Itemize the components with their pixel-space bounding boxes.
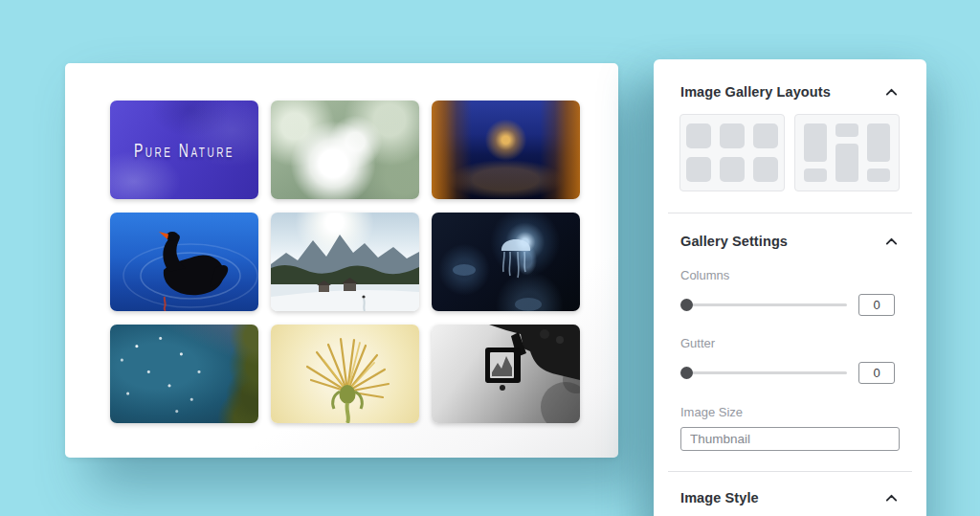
gutter-label: Gutter — [654, 336, 926, 350]
gallery-image-jellyfish[interactable] — [432, 213, 580, 311]
camera-rig-illustration — [432, 325, 580, 423]
gallery-image-black-swan[interactable] — [110, 213, 258, 311]
gutter-slider-track[interactable] — [680, 371, 847, 374]
masonry-tile — [835, 123, 858, 137]
grid-tile — [753, 157, 778, 182]
gallery-image-yellow-flower[interactable] — [271, 325, 419, 423]
masonry-column — [835, 123, 858, 182]
columns-label: Columns — [654, 268, 926, 282]
grid-tile — [686, 123, 711, 148]
gallery-settings-title: Gallery Settings — [680, 234, 788, 249]
gallery-settings-collapse-button[interactable] — [883, 236, 900, 247]
grid-tile — [686, 157, 711, 182]
columns-slider-thumb[interactable] — [680, 299, 693, 311]
layout-option-masonry[interactable] — [794, 114, 900, 191]
section-divider — [668, 471, 912, 472]
layouts-section-title: Image Gallery Layouts — [680, 84, 831, 100]
editor-stage: Pure Nature — [0, 0, 980, 516]
grid-tile — [720, 157, 745, 182]
layouts-section-header: Image Gallery Layouts — [654, 84, 926, 100]
columns-slider-track[interactable] — [680, 303, 847, 306]
chevron-up-icon — [885, 494, 898, 502]
image-style-collapse-button[interactable] — [883, 492, 900, 504]
gallery-image-snowy-mountains[interactable] — [271, 213, 419, 311]
gallery-image-pure-nature-banner[interactable]: Pure Nature — [110, 101, 258, 199]
gallery-image-starry-night-sky[interactable] — [110, 325, 258, 423]
jellyfish-illustration — [432, 213, 580, 311]
image-style-title: Image Style — [680, 490, 759, 505]
gutter-slider-thumb[interactable] — [680, 367, 693, 379]
image-style-header: Image Style — [654, 490, 926, 505]
image-gallery-grid: Pure Nature — [110, 101, 580, 423]
gallery-image-city-canal-night[interactable] — [432, 101, 580, 199]
chevron-up-icon — [885, 88, 898, 96]
chevron-up-icon — [885, 237, 898, 245]
masonry-column — [867, 123, 890, 182]
gallery-image-camera-monitor[interactable] — [432, 325, 580, 423]
gallery-image-white-blossoms[interactable] — [271, 101, 419, 199]
image-size-label: Image Size — [654, 405, 926, 419]
columns-slider[interactable] — [680, 298, 847, 311]
gallery-canvas-card: Pure Nature — [65, 63, 618, 458]
settings-panel: Image Gallery Layouts — [654, 59, 926, 516]
grid-tile — [753, 123, 778, 148]
layout-option-grid[interactable] — [679, 114, 785, 191]
columns-value-input[interactable] — [858, 294, 895, 316]
masonry-tile — [804, 168, 827, 182]
flower-illustration — [271, 325, 419, 423]
gutter-slider[interactable] — [680, 366, 847, 379]
pure-nature-caption: Pure Nature — [134, 139, 234, 161]
gallery-settings-header: Gallery Settings — [654, 234, 926, 249]
layout-options — [654, 114, 926, 191]
masonry-tile — [867, 168, 890, 182]
layouts-collapse-button[interactable] — [883, 86, 900, 98]
masonry-tile — [835, 144, 858, 182]
mountain-illustration — [271, 213, 419, 311]
section-divider — [668, 213, 912, 213]
columns-slider-row — [654, 293, 926, 316]
gutter-value-input[interactable] — [858, 362, 895, 384]
image-size-input[interactable] — [680, 427, 900, 451]
grid-tile — [720, 123, 745, 148]
image-size-field-wrap — [654, 427, 926, 451]
masonry-tile — [804, 123, 827, 162]
masonry-column — [804, 123, 827, 182]
gutter-slider-row — [654, 361, 926, 384]
masonry-tile — [867, 123, 890, 162]
swan-illustration — [110, 213, 258, 311]
